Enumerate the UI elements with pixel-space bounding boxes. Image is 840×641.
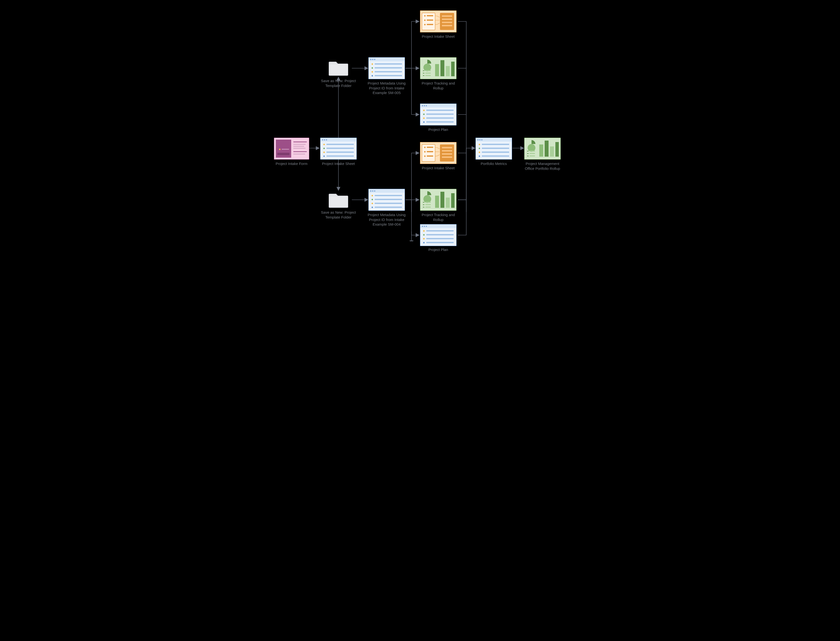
svg-rect-64 xyxy=(442,25,452,26)
svg-rect-145 xyxy=(426,234,454,235)
sheet-icon xyxy=(420,224,456,246)
svg-point-44 xyxy=(371,195,373,196)
sheet-icon xyxy=(368,189,405,211)
svg-rect-36 xyxy=(375,71,402,72)
label-metadata-005: Project Metadata Using Project ID from I… xyxy=(366,81,407,95)
label-proj-intake-a: Project Intake Sheet xyxy=(418,34,459,39)
svg-rect-67 xyxy=(426,70,431,71)
svg-rect-134 xyxy=(544,140,549,157)
svg-rect-149 xyxy=(426,242,454,243)
form-icon xyxy=(274,138,309,159)
svg-rect-32 xyxy=(375,63,402,64)
svg-rect-5 xyxy=(282,149,289,150)
svg-rect-59 xyxy=(427,24,433,25)
svg-rect-103 xyxy=(423,202,424,203)
svg-rect-109 xyxy=(435,196,439,208)
svg-rect-147 xyxy=(426,238,454,239)
folder-icon xyxy=(329,190,348,208)
svg-point-15 xyxy=(322,139,323,140)
svg-point-20 xyxy=(323,148,325,149)
svg-rect-68 xyxy=(423,73,424,74)
label-template-folder-1: Save as New: Project Template Folder xyxy=(318,79,359,88)
svg-point-146 xyxy=(423,238,425,240)
svg-point-18 xyxy=(323,144,325,145)
svg-rect-112 xyxy=(451,193,455,208)
svg-rect-133 xyxy=(539,145,543,157)
svg-point-115 xyxy=(477,139,479,140)
svg-point-124 xyxy=(479,155,480,157)
svg-rect-9 xyxy=(293,146,304,147)
svg-point-78 xyxy=(422,105,423,106)
label-plan-a: Project Plan xyxy=(418,127,459,132)
svg-point-87 xyxy=(423,121,425,123)
svg-rect-73 xyxy=(440,60,444,76)
dashboard-icon xyxy=(420,189,456,211)
svg-point-85 xyxy=(423,118,425,119)
svg-point-79 xyxy=(424,105,425,106)
svg-point-16 xyxy=(324,139,325,140)
svg-point-142 xyxy=(423,230,425,232)
label-proj-intake-b: Project Intake Sheet xyxy=(418,166,459,171)
svg-rect-51 xyxy=(375,206,402,208)
svg-point-139 xyxy=(422,226,423,227)
svg-rect-86 xyxy=(426,118,454,119)
svg-rect-110 xyxy=(440,192,444,208)
svg-point-117 xyxy=(481,139,482,140)
svg-point-93 xyxy=(424,151,426,153)
svg-point-17 xyxy=(326,139,327,140)
svg-rect-96 xyxy=(427,155,433,157)
svg-rect-128 xyxy=(530,151,535,151)
svg-rect-61 xyxy=(442,15,452,17)
svg-rect-25 xyxy=(326,155,354,157)
label-portfolio-metrics: Portfolio Metrics xyxy=(473,161,514,166)
svg-rect-111 xyxy=(446,198,450,208)
svg-point-37 xyxy=(371,75,373,77)
label-pmo-rollup: Project Management Office Portfolio Roll… xyxy=(522,161,563,171)
svg-point-91 xyxy=(424,147,426,148)
svg-rect-101 xyxy=(442,156,452,158)
svg-rect-100 xyxy=(442,153,452,155)
label-intake-form: Project Intake Form xyxy=(270,161,313,166)
svg-rect-104 xyxy=(426,202,431,203)
svg-rect-136 xyxy=(556,142,559,157)
svg-rect-99 xyxy=(442,150,452,151)
svg-point-35 xyxy=(371,71,373,72)
sheet-icon xyxy=(368,57,405,79)
dashboard-icon xyxy=(420,57,456,79)
svg-point-43 xyxy=(374,190,375,192)
svg-rect-106 xyxy=(426,204,431,205)
svg-rect-107 xyxy=(423,207,424,208)
svg-point-80 xyxy=(426,105,427,106)
svg-rect-0 xyxy=(405,241,415,246)
svg-rect-72 xyxy=(435,64,439,76)
svg-rect-45 xyxy=(375,195,402,196)
svg-point-54 xyxy=(424,15,426,16)
svg-point-118 xyxy=(479,144,480,145)
svg-point-148 xyxy=(423,242,425,243)
svg-rect-105 xyxy=(423,205,424,205)
svg-point-95 xyxy=(424,155,426,157)
svg-rect-34 xyxy=(375,67,402,68)
svg-point-33 xyxy=(371,67,373,69)
svg-rect-74 xyxy=(446,66,450,76)
svg-rect-69 xyxy=(426,72,431,74)
sheet-icon xyxy=(320,138,357,159)
svg-point-48 xyxy=(371,203,373,204)
label-metadata-004: Project Metadata Using Project ID from I… xyxy=(366,213,407,227)
svg-rect-23 xyxy=(326,151,354,153)
label-tracking-a: Project Tracking and Rollup xyxy=(418,81,459,90)
svg-point-46 xyxy=(371,199,373,200)
svg-point-140 xyxy=(424,226,425,227)
sheet-icon xyxy=(420,103,456,126)
svg-rect-63 xyxy=(442,22,452,23)
svg-rect-62 xyxy=(442,19,452,20)
svg-rect-127 xyxy=(527,151,528,151)
svg-rect-125 xyxy=(482,155,509,157)
report-icon xyxy=(420,142,456,164)
svg-rect-88 xyxy=(426,121,454,122)
dashboard-icon xyxy=(524,138,561,159)
label-intake-sheet: Project Intake Sheet xyxy=(316,161,360,166)
svg-rect-92 xyxy=(427,147,433,148)
svg-rect-11 xyxy=(293,151,307,152)
svg-point-24 xyxy=(323,155,325,157)
